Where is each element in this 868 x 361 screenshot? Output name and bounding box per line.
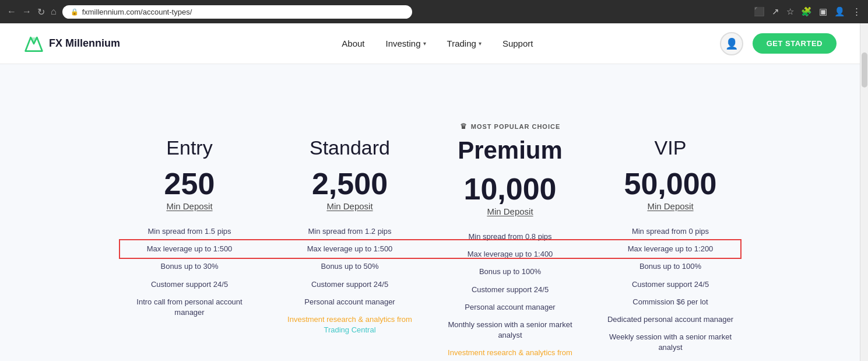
vip-trading-strategies: Exclusive trading strategies [602,357,739,362]
main-content: Entry 250 Min Deposit Min spread from 1.… [0,64,860,361]
logo-icon [23,33,44,54]
split-view-icon[interactable]: ▣ [819,6,827,17]
pricing-grid: Entry 250 Min Deposit Min spread from 1.… [110,87,751,361]
nav-links: About Investing ▾ Trading ▾ Support [155,38,720,48]
plan-vip: VIP 50,000 Min Deposit Min spread from 0… [591,87,751,361]
most-popular-badge: ♛ MOST POPULAR CHOICE [460,122,560,131]
entry-name: Entry [121,136,258,159]
entry-spread: Min spread from 1.5 pips [121,223,258,240]
trading-chevron-icon: ▾ [479,40,482,47]
premium-amount: 10,000 [442,174,579,204]
premium-bonus: Bonus up to 100% [442,263,579,281]
nav-investing[interactable]: Investing ▾ [386,38,426,48]
scrollbar-track[interactable] [860,23,868,361]
standard-bonus: Bonus up to 50% [282,258,419,275]
get-started-button[interactable]: GET STARTED [753,33,837,54]
entry-amount: 250 [121,169,258,199]
vip-dedicated-manager: Dedicated personal account manager [602,311,739,328]
premium-min-deposit: Min Deposit [442,206,579,216]
logo-area[interactable]: FX Millennium [23,33,120,54]
premium-trading-central: Investment research & analytics from Tra… [442,344,579,361]
standard-spread: Min spread from 1.2 pips [282,223,419,240]
standard-support: Customer support 24/5 [282,276,419,293]
premium-header-area: ♛ MOST POPULAR CHOICE [442,87,579,134]
vip-amount: 50,000 [602,169,739,199]
entry-support: Customer support 24/5 [121,276,258,293]
vip-min-deposit: Min Deposit [602,201,739,211]
share-icon[interactable]: ↗ [772,6,779,17]
entry-bonus: Bonus up to 30% [121,258,258,275]
url-text: fxmillennium.com/account-types/ [82,8,192,16]
standard-min-deposit: Min Deposit [282,201,419,211]
entry-header-area [121,87,258,134]
nav-support[interactable]: Support [502,38,533,48]
plan-standard: Standard 2,500 Min Deposit Min spread fr… [270,87,430,361]
vip-weekly-analyst: Weekly session with a senior market anal… [602,328,739,356]
back-button[interactable]: ← [7,6,16,17]
forward-button[interactable]: → [22,6,31,17]
vip-support: Customer support 24/5 [602,276,739,293]
standard-amount: 2,500 [282,169,419,199]
premium-analyst: Monthly session with a senior market ana… [442,316,579,344]
user-icon-button[interactable]: 👤 [720,32,743,55]
standard-name: Standard [282,136,419,159]
most-popular-text: MOST POPULAR CHOICE [471,123,560,130]
premium-manager: Personal account manager [442,299,579,316]
navbar: FX Millennium About Investing ▾ Trading … [0,23,860,64]
browser-chrome: ← → ↻ ⌂ 🔒 fxmillennium.com/account-types… [0,0,868,23]
nav-about[interactable]: About [342,38,364,48]
vip-commission: Commission $6 per lot [602,293,739,311]
vip-name: VIP [602,136,739,159]
investing-chevron-icon: ▾ [423,40,426,47]
plan-premium: ♛ MOST POPULAR CHOICE Premium 10,000 Min… [430,87,591,361]
standard-header-area [282,87,419,134]
extensions-icon[interactable]: 🧩 [801,6,812,17]
nav-trading[interactable]: Trading ▾ [447,38,482,48]
scrollbar-thumb[interactable] [862,52,867,87]
standard-trading-central: Investment research & analytics from Tra… [282,311,419,339]
user-icon: 👤 [725,37,738,50]
plan-entry: Entry 250 Min Deposit Min spread from 1.… [110,87,270,361]
vip-header-area [602,87,739,134]
premium-name: Premium [442,136,579,164]
trophy-icon: ♛ [460,122,468,131]
profile-icon[interactable]: 👤 [834,6,845,17]
leverage-feature-1: Max leverage up to 1:500 [282,240,419,258]
address-bar[interactable]: 🔒 fxmillennium.com/account-types/ [62,5,412,19]
standard-manager: Personal account manager [282,293,419,311]
leverage-feature-3: Max leverage up to 1:200 [602,240,739,258]
leverage-feature-0: Max leverage up to 1:500 [121,240,258,258]
entry-manager: Intro call from personal account manager [121,293,258,321]
home-button[interactable]: ⌂ [51,6,57,17]
premium-spread: Min spread from 0.8 pips [442,228,579,246]
vip-spread: Min spread from 0 pips [602,223,739,240]
cast-icon[interactable]: ⬛ [754,6,765,17]
reload-button[interactable]: ↻ [37,6,45,17]
menu-icon[interactable]: ⋮ [852,6,861,17]
vip-bonus: Bonus up to 100% [602,258,739,275]
leverage-feature-2: Max leverage up to 1:400 [442,246,579,263]
entry-min-deposit: Min Deposit [121,201,258,211]
browser-actions: ⬛ ↗ ☆ 🧩 ▣ 👤 ⋮ [754,6,861,17]
premium-support: Customer support 24/5 [442,281,579,299]
logo-text: FX Millennium [49,37,120,50]
lock-icon: 🔒 [71,8,79,16]
bookmark-star-icon[interactable]: ☆ [786,6,794,17]
nav-right: 👤 GET STARTED [720,32,837,55]
